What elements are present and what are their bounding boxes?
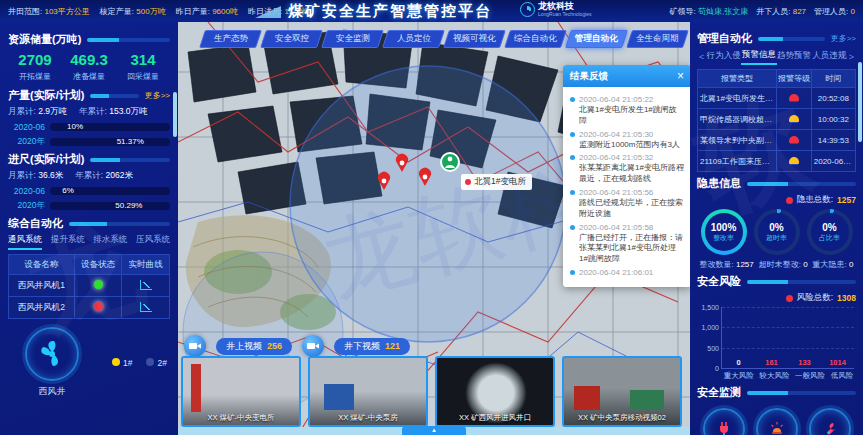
x-label: 重大风险 [724,371,754,381]
wrench-icon [809,408,851,435]
tab-warning-info[interactable]: 预警信息 [741,49,776,65]
stat-label: 核定产量: [100,7,134,16]
automation-title: 综合自动化 [8,216,63,231]
map-area[interactable]: 龙软科技 生产态势 安全双控 安全监测 人员定位 视频可视化 综合自动化 管理自… [178,22,690,435]
tab-drainage-system[interactable]: 排水系统 [93,234,127,250]
section-decoration [90,94,138,98]
close-icon[interactable]: × [677,70,684,82]
tab-personnel-violation[interactable]: 人员违规 [812,50,847,64]
stat-label: 年累计: [79,106,107,116]
stat-value: 103平方公里 [44,7,89,16]
col-header-alarm-type: 报警类型 [698,70,777,88]
overdue-rate-ring: 0%超时率 [754,209,800,255]
stat-label: 井田范围: [8,7,42,16]
table-row[interactable]: 北翼1#变电所发生1#跳闸... 20:52:08 [698,88,856,109]
section-decoration [90,158,170,162]
curve-chart-icon[interactable] [140,280,152,290]
table-row[interactable]: 西风井风机2 [9,297,170,319]
tab-full-lifecycle[interactable]: 全生命周期 [626,30,689,48]
camera-icon[interactable] [184,335,206,357]
stat-value: 0 [851,7,855,16]
bullet-icon [570,190,575,195]
logo-subtext: LongRuan Technologies [538,11,592,17]
management-more-link[interactable]: 更多>> [831,33,856,44]
feedback-text: 监测附近1000m范围内有3人 [579,140,684,151]
device-name: 西风井风机1 [9,275,75,297]
alarm-type: 甲烷传感器调校超期提醒... [698,109,777,130]
video-count: 256 [267,341,282,351]
stat-label: 月累计: [8,106,36,116]
feedback-time: 2020-06-04 21:05:56 [579,188,653,197]
video-caption: XX 矿西风井进风井口 [437,413,553,423]
output-more-link[interactable]: 更多>> [145,90,170,101]
tab-ventilation-system[interactable]: 通风系统 [8,234,42,250]
collapse-handle[interactable]: ▲ [402,426,466,435]
surface-video-button[interactable]: 井上视频 256 [216,338,292,355]
tab-video-visualization[interactable]: 视频可视化 [443,30,506,48]
left-panel-scrollbar[interactable] [173,92,177,137]
underground-video-button[interactable]: 井下视频 121 [334,338,410,355]
bullet-icon [570,97,575,102]
progress-track: 6% [50,187,170,195]
y-tick: 500 [707,344,719,351]
video-thumbnail[interactable]: XX 煤矿-中央变电所 [181,356,301,427]
tab-behavior-intrusion[interactable]: 行为入侵 [706,50,741,64]
col-header-device-name: 设备名称 [9,255,75,275]
section-decoration [747,182,856,186]
y-tick: 1,000 [701,324,719,331]
tab-production-situation[interactable]: 生产态势 [199,30,262,48]
alarm-time: 14:39:53 [811,130,855,151]
bar-label: 2020年 [8,200,50,212]
tab-management-automation[interactable]: 管理自动化 [565,30,628,48]
person-marker-icon [441,153,459,171]
tab-compressed-air-system[interactable]: 压风系统 [136,234,170,250]
section-decoration [758,37,825,41]
y-tick: 0 [715,365,719,372]
bar-value: 133 [798,358,811,367]
table-row[interactable]: 西风井风机1 [9,275,170,297]
table-row[interactable]: 某领导未到中央副泵房3-3... 14:39:53 [698,130,856,151]
bullet-icon [570,270,575,275]
hazard-total-value: 1257 [837,195,856,205]
progress-track: 51.37% [50,138,170,146]
stat-label: 昨日产量: [176,7,210,16]
topbar-right-stats: 矿领导: 苟灿康,张文康 井下人员: 827 管理人员: 0 [662,0,855,22]
tab-trend-warning[interactable]: 趋势预警 [777,50,812,64]
risk-title: 安全风险 [697,274,741,289]
curve-chart-icon[interactable] [140,302,152,312]
alarm-time: 2020-06-06 [811,151,855,172]
legend-dot [146,358,154,366]
stat-value: 36.6米 [38,170,63,180]
video-thumbnail[interactable]: XX 矿西风井进风井口 [435,356,555,427]
tab-personnel-positioning[interactable]: 人员定位 [382,30,445,48]
risk-bar-chart: 1,500 1,000 500 0 0 161 133 1014 [721,307,854,369]
tabs-scroll-right-icon[interactable]: > [847,52,856,62]
tabs-scroll-left-icon[interactable]: < [697,52,706,62]
hazard-rings: 100%整改率 0%超时率 0%占比率 [697,209,856,255]
right-panel-scrollbar[interactable] [858,62,862,142]
tab-safety-dual-control[interactable]: 安全双控 [260,30,323,48]
video-thumbnail[interactable]: XX 矿中央泵房移动视频02 [562,356,682,427]
power-cut-icon [703,408,745,435]
device-table: 设备名称 设备状态 实时曲线 西风井风机1 西风井风机2 [8,254,170,319]
device-name: 西风井风机2 [9,297,75,319]
camera-icon[interactable] [302,335,324,357]
table-row[interactable]: 甲烷传感器调校超期提醒... 10:00:32 [698,109,856,130]
output-month-bar: 2020-06 10% [8,122,170,132]
siren-icon [789,136,799,143]
alarm-tabs: < 行为入侵 预警信息 趋势预警 人员违规 > [697,49,856,65]
table-row[interactable]: 21109工作面来压，预计... 2020-06-06 [698,151,856,172]
tab-hoisting-system[interactable]: 提升系统 [51,234,85,250]
risk-total-value: 1308 [837,293,856,303]
tab-integrated-automation[interactable]: 综合自动化 [504,30,567,48]
progress-percent: 51.37% [117,137,144,146]
reserve-value: 2709 [8,51,62,68]
feedback-time: 2020-06-04 21:05:22 [579,95,653,104]
tab-safety-monitoring[interactable]: 安全监测 [321,30,384,48]
siren-icon [789,94,799,101]
substation-map-label[interactable]: 北翼1#变电所 [461,174,532,190]
monitor-items: 断电数量: 0 报警数量: 0 故障数量: 0 [697,408,856,435]
progress-track: 10% [50,123,170,131]
video-thumbnail[interactable]: XX 煤矿-中央泵房 [308,356,428,427]
stat-label: 井下人员: [756,7,790,16]
